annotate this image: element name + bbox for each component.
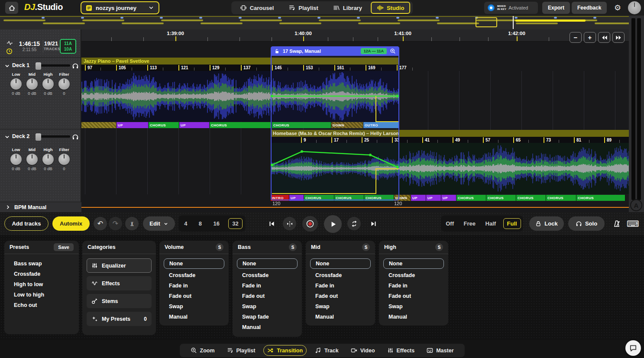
chevron-down-icon[interactable]: [4, 63, 10, 69]
option-fade-in[interactable]: Fade in: [237, 281, 298, 291]
section-tag-chorus[interactable]: CHORUS: [516, 195, 546, 201]
preset-item-low-to-high[interactable]: Low to high: [9, 290, 74, 300]
jump-playhead-button[interactable]: [283, 217, 296, 230]
option-manual[interactable]: Manual: [164, 312, 224, 322]
lock-button[interactable]: Lock: [529, 216, 564, 231]
bottom-tab-zoom[interactable]: Zoom: [186, 345, 218, 356]
save-preset-button[interactable]: Save: [54, 243, 74, 251]
overview-track-segment[interactable]: [398, 19, 440, 21]
beats-16[interactable]: 16: [210, 220, 222, 227]
overview-track-segment[interactable]: [240, 19, 282, 21]
option-fade-in[interactable]: Fade in: [383, 281, 444, 291]
add-tracks-button[interactable]: Add tracks: [4, 216, 49, 231]
deck1-volume-slider[interactable]: [36, 65, 70, 67]
overview-track-segment[interactable]: [437, 23, 479, 24]
overview-track-segment[interactable]: [279, 23, 321, 24]
skip-start-button[interactable]: [265, 217, 278, 230]
category-item-effects[interactable]: Effects: [87, 276, 152, 290]
knob-dial-high[interactable]: [42, 78, 54, 90]
option-none[interactable]: None: [164, 258, 224, 269]
chat-bubble-button[interactable]: [625, 340, 641, 356]
home-button[interactable]: [5, 2, 18, 14]
sync-full[interactable]: Full: [503, 218, 521, 229]
section-tag-chorus[interactable]: CHORUS: [210, 122, 272, 128]
option-none[interactable]: None: [383, 258, 444, 269]
overview-track-segment[interactable]: [43, 23, 85, 24]
option-swap-fade[interactable]: Swap fade: [237, 312, 298, 322]
option-crossfade[interactable]: Crossfade: [310, 270, 371, 281]
slider-thumb[interactable]: [36, 133, 41, 141]
knob-dial-mid[interactable]: [26, 78, 38, 90]
user-avatar[interactable]: [628, 1, 641, 14]
option-crossfade[interactable]: Crossfade: [164, 270, 224, 281]
seek-back-button[interactable]: [598, 32, 610, 43]
bottom-tab-playlist[interactable]: Playlist: [223, 345, 259, 356]
option-manual[interactable]: Manual: [310, 312, 371, 322]
transition-region-box[interactable]: 17 Swap, Manual 12A — 11A: [271, 46, 399, 200]
seek-forward-button[interactable]: [612, 32, 625, 43]
automix-button[interactable]: Automix: [52, 216, 90, 231]
knob-dial-low[interactable]: [10, 154, 22, 165]
overview-track-segment[interactable]: [516, 23, 558, 24]
option-fade-in[interactable]: Fade in: [310, 281, 371, 291]
mixed-in-key-status[interactable]: MIXEDIN KEY Activated: [484, 2, 538, 14]
sync-off[interactable]: Off: [443, 220, 456, 227]
knob-dial-filter[interactable]: [58, 78, 70, 90]
bottom-tab-effects[interactable]: Effects: [383, 345, 419, 356]
headphones-icon[interactable]: [72, 133, 79, 140]
overview-track-segment[interactable]: [358, 23, 400, 24]
category-item-equalizer[interactable]: Equalizer: [87, 258, 152, 273]
edit-menu-button[interactable]: Edit: [143, 216, 175, 231]
option-swap[interactable]: Swap: [383, 301, 444, 312]
preset-item-crossfade[interactable]: Crossfade: [9, 269, 74, 279]
mix-overview-strip[interactable]: [0, 16, 629, 29]
overview-track-segment[interactable]: [201, 23, 243, 24]
option-swap[interactable]: Swap: [310, 301, 371, 312]
option-fade-in[interactable]: Fade in: [164, 281, 224, 291]
section-tag-blank[interactable]: [81, 122, 117, 128]
magnifier-icon[interactable]: [390, 48, 396, 54]
preset-item-high-to-low[interactable]: High to low: [9, 279, 74, 290]
knob-dial-high[interactable]: [42, 154, 54, 165]
cut-button[interactable]: ✂: [125, 217, 139, 230]
project-selector[interactable]: nozzys journey: [81, 1, 159, 14]
overview-track-segment[interactable]: [161, 19, 203, 21]
category-item-stems[interactable]: Stems: [87, 294, 152, 308]
overview-track-segment[interactable]: [319, 19, 361, 21]
play-button[interactable]: [324, 215, 342, 233]
nav-tab-playlist[interactable]: Playlist: [282, 2, 324, 14]
solo-badge[interactable]: S: [216, 243, 223, 251]
knob-dial-low[interactable]: [10, 78, 22, 90]
record-button[interactable]: [302, 216, 318, 232]
overview-selected-segment[interactable]: [515, 19, 586, 22]
zoom-out-button[interactable]: −: [570, 32, 582, 43]
section-tag-chorus[interactable]: CHORUS: [486, 195, 516, 201]
option-fade-out[interactable]: Fade out: [310, 291, 371, 301]
settings-gear-icon[interactable]: ⚙: [612, 2, 624, 14]
section-tag-chorus[interactable]: CHORUS: [149, 122, 179, 128]
section-tag-up[interactable]: UP: [117, 122, 149, 128]
section-tag-up[interactable]: UP: [411, 195, 426, 201]
undo-button[interactable]: ↶: [94, 217, 107, 230]
chevron-down-icon[interactable]: [4, 134, 10, 140]
option-crossfade[interactable]: Crossfade: [383, 270, 444, 281]
sync-free[interactable]: Free: [461, 220, 478, 227]
sync-half[interactable]: Half: [483, 220, 499, 227]
overview-track-segment[interactable]: [82, 19, 124, 21]
bottom-tab-master[interactable]: Master: [423, 345, 457, 356]
headphones-icon[interactable]: [72, 62, 79, 69]
bottom-tab-track[interactable]: Track: [311, 345, 343, 356]
overview-viewport-rect[interactable]: [476, 17, 497, 27]
transition-header[interactable]: 17 Swap, Manual 12A — 11A: [271, 46, 399, 56]
nav-tab-library[interactable]: Library: [327, 2, 368, 14]
option-fade-out[interactable]: Fade out: [383, 291, 444, 301]
overview-track-segment[interactable]: [3, 19, 45, 21]
beats-8[interactable]: 8: [196, 220, 204, 227]
solo-badge[interactable]: S: [435, 243, 443, 251]
preset-item-echo-out[interactable]: Echo out: [9, 300, 74, 310]
bottom-tab-transition[interactable]: Transition: [263, 345, 307, 356]
section-tag-up[interactable]: UP: [441, 195, 456, 201]
option-manual[interactable]: Manual: [237, 322, 298, 332]
deck2-volume-slider[interactable]: [36, 135, 70, 138]
timeline-area[interactable]: 1:39:001:40:001:41:001:42:00 − + Jazzy P…: [81, 29, 629, 212]
